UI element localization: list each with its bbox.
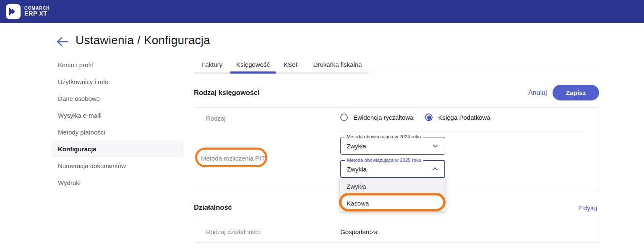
radio-label: Ewidencja ryczałtowa: [353, 114, 413, 121]
tab-label: Drukarka fiskalna: [313, 61, 362, 68]
edit-link[interactable]: Edytuj: [579, 204, 597, 212]
top-app-bar: COMARCH ERP XT: [0, 0, 644, 23]
chevron-down-icon[interactable]: [431, 142, 440, 150]
sidebar-item-label: Konto i profil: [58, 61, 93, 69]
menu-option-kasowa[interactable]: Kasowa: [340, 195, 446, 211]
activity-type-value: Gospodarcza: [340, 228, 378, 235]
dropdown-2025-open-menu: Zwykła Kasowa: [340, 178, 446, 211]
tab-label: Księgowość: [236, 61, 270, 68]
page-title: Ustawienia / Konfiguracja: [76, 34, 210, 47]
tab-faktury[interactable]: Faktury: [201, 61, 222, 68]
tab-label: Faktury: [201, 61, 222, 68]
business-activity-card: Rodzaj działalności Gospodarcza: [194, 221, 599, 243]
card-row-divider: [340, 131, 585, 132]
sidebar-item-numeracja-dokumentow[interactable]: Numeracja dokumentów: [52, 157, 184, 174]
radio-checked-icon[interactable]: [425, 113, 433, 121]
pit-method-field-label: Metoda rozliczenia PIT: [201, 155, 265, 162]
comarch-erp-xt-logo[interactable]: COMARCH ERP XT: [6, 4, 50, 19]
dropdown-metoda-2025[interactable]: Metoda obowiązująca w 2025 roku Zwykła: [340, 160, 445, 178]
settings-sidebar: Konto i profil Użytkownicy i role Dane o…: [52, 56, 184, 191]
radio-ewidencja-ryczaltowa[interactable]: Ewidencja ryczałtowa: [340, 113, 413, 121]
back-arrow-icon[interactable]: [55, 35, 69, 48]
sidebar-item-konto-i-profil[interactable]: Konto i profil: [52, 56, 184, 73]
brand-line-2: ERP XT: [24, 11, 50, 17]
dropdown-2024-label: Metoda obowiązująca w 2024 roku: [344, 134, 423, 139]
radio-unchecked-icon[interactable]: [340, 113, 348, 121]
sidebar-item-label: Dane osobowe: [58, 95, 100, 102]
tab-label: KSeF: [284, 61, 300, 68]
cancel-link[interactable]: Anuluj: [528, 89, 547, 97]
dropdown-2025-label: Metoda obowiązująca w 2025 roku: [345, 158, 423, 163]
sidebar-item-label: Użytkownicy i role: [58, 78, 108, 85]
comarch-chevron-icon: [6, 4, 21, 19]
activity-type-field-label: Rodzaj działalności: [206, 228, 260, 235]
sidebar-item-label: Numeracja dokumentów: [58, 162, 126, 169]
tab-ksiegowosc[interactable]: Księgowość: [236, 61, 270, 68]
tab-ksef[interactable]: KSeF: [284, 61, 300, 68]
menu-option-zwykla[interactable]: Zwykła: [340, 178, 446, 195]
sidebar-item-dane-osobowe[interactable]: Dane osobowe: [52, 90, 184, 107]
settings-tabs: Faktury Księgowość KSeF Drukarka fiskaln…: [194, 58, 369, 70]
accounting-type-radio-group: Ewidencja ryczałtowa Księga Podatkowa: [340, 113, 490, 121]
section-title-dzialalnosc: Działalność: [194, 203, 232, 211]
dropdown-2024-value: Zwykła: [347, 142, 366, 150]
sidebar-item-wydruki[interactable]: Wydruki: [52, 174, 184, 191]
sidebar-item-label: Wysyłka e-maili: [58, 112, 102, 119]
sidebar-item-label: Wydruki: [58, 179, 81, 186]
dropdown-metoda-2024[interactable]: Metoda obowiązująca w 2024 roku Zwykła: [340, 137, 445, 155]
save-button[interactable]: Zapisz: [553, 85, 599, 100]
sidebar-item-metody-platnosci[interactable]: Metody płatności: [52, 124, 184, 140]
brand-text: COMARCH ERP XT: [24, 6, 50, 17]
chevron-up-icon[interactable]: [431, 165, 439, 173]
tabs-divider-line: [362, 71, 599, 71]
active-tab-underline: [230, 71, 276, 74]
sidebar-item-konfiguracja[interactable]: Konfiguracja: [52, 140, 184, 157]
sidebar-item-label: Metody płatności: [58, 129, 105, 136]
radio-label: Księga Podatkowa: [438, 114, 490, 121]
settings-configuration-page: COMARCH ERP XT Ustawienia / Konfiguracja…: [0, 0, 644, 248]
dropdown-2025-value: Zwykła: [347, 166, 367, 173]
section-title-rodzaj-ksiegowosci: Rodzaj księgowości: [194, 89, 260, 97]
radio-ksiega-podatkowa[interactable]: Księga Podatkowa: [425, 113, 490, 121]
sidebar-item-uzytkownicy-i-role[interactable]: Użytkownicy i role: [52, 73, 184, 90]
rodzaj-field-label: Rodzaj: [206, 115, 226, 122]
sidebar-item-label: Konfiguracja: [58, 145, 96, 153]
tab-drukarka-fiskalna[interactable]: Drukarka fiskalna: [313, 61, 362, 68]
sidebar-item-wysylka-emaili[interactable]: Wysyłka e-maili: [52, 107, 184, 124]
